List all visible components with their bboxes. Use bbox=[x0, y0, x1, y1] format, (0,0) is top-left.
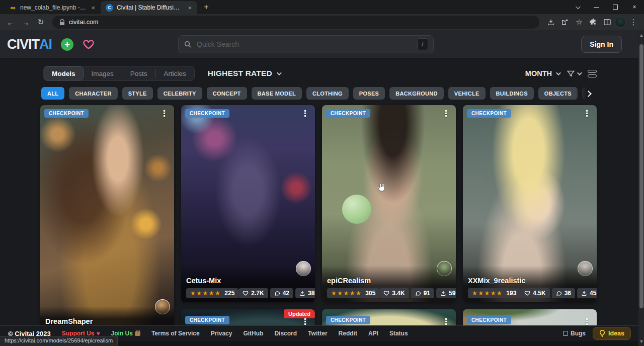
bookmark-star-icon[interactable]: ☆ bbox=[573, 16, 586, 29]
footer-link-discord[interactable]: Discord bbox=[274, 330, 297, 337]
download-icon bbox=[581, 290, 587, 296]
model-title: DreamShaper bbox=[45, 317, 169, 325]
card-menu-button[interactable]: ⋮ bbox=[439, 108, 453, 119]
category-pill-vehicle[interactable]: VEHICLE bbox=[448, 87, 486, 100]
category-pill-background[interactable]: BACKGROUND bbox=[389, 87, 444, 100]
category-pill-style[interactable]: STYLE bbox=[122, 87, 153, 100]
likes-count: 4.5K bbox=[533, 290, 545, 297]
close-tab-icon[interactable]: × bbox=[90, 4, 97, 12]
category-pill-poses[interactable]: POSES bbox=[353, 87, 385, 100]
new-tab-button[interactable]: + bbox=[200, 1, 212, 13]
colab-icon: ∞ bbox=[9, 4, 17, 12]
category-pill-celebrity[interactable]: CELEBRITY bbox=[157, 87, 202, 100]
close-window-button[interactable]: × bbox=[625, 0, 644, 14]
category-pill-all[interactable]: ALL bbox=[41, 87, 64, 100]
lock-icon bbox=[59, 19, 65, 26]
heart-icon bbox=[243, 290, 249, 296]
downloads-count: 59K bbox=[449, 290, 456, 297]
scroll-up-icon[interactable] bbox=[640, 34, 643, 37]
page-scrollbar[interactable] bbox=[638, 30, 644, 346]
model-title: Cetus-Mix bbox=[186, 277, 310, 285]
browser-profile-avatar[interactable] bbox=[615, 17, 626, 28]
bug-icon bbox=[563, 331, 568, 336]
model-card-xxmix-9realistic[interactable]: CHECKPOINT ⋮ XXMix_9realistic ★★★★★ 193 … bbox=[463, 105, 597, 302]
comments-pill: 36 bbox=[552, 288, 575, 298]
model-card-cetus-mix[interactable]: CHECKPOINT ⋮ Cetus-Mix ★★★★★ 225 2.7K bbox=[181, 105, 315, 302]
minimize-button[interactable] bbox=[587, 0, 606, 14]
footer-link-api[interactable]: API bbox=[368, 330, 378, 337]
footer-link-reddit[interactable]: Reddit bbox=[339, 330, 357, 337]
support-heart-icon[interactable] bbox=[83, 39, 95, 50]
search-icon bbox=[184, 40, 192, 48]
card-menu-button[interactable]: ⋮ bbox=[157, 108, 171, 119]
model-card-dreamshaper[interactable]: CHECKPOINT ⋮ DreamShaper bbox=[40, 105, 174, 329]
search-shortcut-badge: / bbox=[417, 38, 428, 50]
status-url-tooltip: https://civitai.com/models/25694/epicrea… bbox=[0, 336, 118, 345]
footer-link-privacy[interactable]: Privacy bbox=[211, 330, 232, 337]
category-pill-concept[interactable]: CONCEPT bbox=[207, 87, 247, 100]
maximize-button[interactable] bbox=[606, 0, 625, 14]
window-menu-button[interactable] bbox=[568, 0, 587, 14]
scrollbar-thumb[interactable] bbox=[639, 44, 643, 308]
sign-in-button[interactable]: Sign In bbox=[581, 36, 622, 53]
downloads-count: 38K bbox=[308, 290, 315, 297]
category-pill-character[interactable]: CHARACTER bbox=[69, 87, 117, 100]
browser-tab-colab[interactable]: ∞ new_colab_file.ipynb - Colaborat × bbox=[4, 1, 101, 14]
category-pill-base-model[interactable]: BASE MODEL bbox=[252, 87, 302, 100]
footer-link-status[interactable]: Status bbox=[389, 330, 408, 337]
model-card-epicrealism[interactable]: CHECKPOINT ⋮ epiCRealism ★★★★★ 305 3.4K bbox=[322, 105, 456, 302]
likes-pill: 3.4K bbox=[379, 288, 409, 298]
chevron-down-icon bbox=[577, 70, 582, 75]
footer-link-github[interactable]: GitHub bbox=[243, 330, 263, 337]
tab-models[interactable]: Models bbox=[43, 66, 84, 80]
search-input[interactable] bbox=[197, 40, 412, 48]
forward-button[interactable]: → bbox=[19, 16, 32, 29]
download-icon bbox=[299, 290, 305, 296]
categories-scroll-right-button[interactable] bbox=[576, 87, 593, 100]
address-bar[interactable]: civitai.com bbox=[52, 16, 539, 29]
content-type-tabs: Models Images Posts Articles bbox=[43, 66, 195, 81]
sort-dropdown[interactable]: HIGHEST RATED bbox=[208, 69, 280, 78]
tab-images[interactable]: Images bbox=[84, 66, 122, 80]
civitai-logo[interactable]: CIVITAI bbox=[7, 37, 52, 52]
bugs-button[interactable]: Bugs bbox=[563, 330, 586, 337]
footer-link-terms[interactable]: Terms of Service bbox=[151, 330, 200, 337]
ideas-button[interactable]: Ideas bbox=[593, 327, 631, 340]
scroll-down-icon[interactable] bbox=[640, 340, 643, 343]
card-menu-button[interactable]: ⋮ bbox=[580, 108, 594, 119]
stat-pill-group: 2.7K 42 38K bbox=[238, 288, 315, 298]
reload-button[interactable]: ↻ bbox=[34, 16, 47, 29]
checkpoint-badge: CHECKPOINT bbox=[185, 109, 229, 118]
model-title: XXMix_9realistic bbox=[468, 277, 592, 285]
likes-pill: 2.7K bbox=[238, 288, 268, 298]
tab-articles[interactable]: Articles bbox=[156, 66, 194, 80]
quick-search-bar[interactable]: / bbox=[178, 35, 434, 53]
checkpoint-badge: CHECKPOINT bbox=[467, 316, 511, 324]
create-button[interactable]: + bbox=[61, 38, 73, 51]
footer-link-twitter[interactable]: Twitter bbox=[308, 330, 327, 337]
browser-tab-civitai[interactable]: C Civitai | Stable Diffusion models, × bbox=[101, 1, 197, 14]
stat-pill-group: 4.5K 36 45K bbox=[520, 288, 597, 298]
tab-posts[interactable]: Posts bbox=[122, 66, 155, 80]
downloads-icon[interactable] bbox=[544, 16, 557, 29]
downloads-pill: 45K bbox=[577, 288, 597, 298]
download-icon bbox=[440, 290, 446, 296]
card-menu-button[interactable]: ⋮ bbox=[298, 108, 312, 119]
toolbar-actions: ☆ ⋮ bbox=[544, 16, 640, 29]
card-stats: ★★★★★ 305 3.4K 91 bbox=[327, 288, 451, 298]
browser-menu-icon[interactable]: ⋮ bbox=[627, 16, 640, 29]
url-text: civitai.com bbox=[69, 19, 98, 26]
side-panel-icon[interactable] bbox=[601, 16, 614, 29]
tab-title: new_colab_file.ipynb - Colaborat bbox=[20, 4, 86, 11]
share-icon[interactable] bbox=[558, 16, 572, 29]
card-overlay: epiCRealism ★★★★★ 305 3.4K 91 bbox=[322, 266, 456, 302]
close-tab-icon[interactable]: × bbox=[186, 4, 193, 12]
category-pill-objects[interactable]: OBJECTS bbox=[538, 87, 578, 100]
extensions-icon[interactable] bbox=[587, 16, 600, 29]
card-layout-toggle[interactable] bbox=[588, 70, 597, 77]
category-pill-buildings[interactable]: BUILDINGS bbox=[490, 87, 534, 100]
filter-dropdown[interactable] bbox=[567, 69, 581, 78]
period-dropdown[interactable]: MONTH bbox=[525, 69, 559, 77]
category-pill-clothing[interactable]: CLOTHING bbox=[306, 87, 349, 100]
back-button[interactable]: ← bbox=[4, 16, 17, 29]
